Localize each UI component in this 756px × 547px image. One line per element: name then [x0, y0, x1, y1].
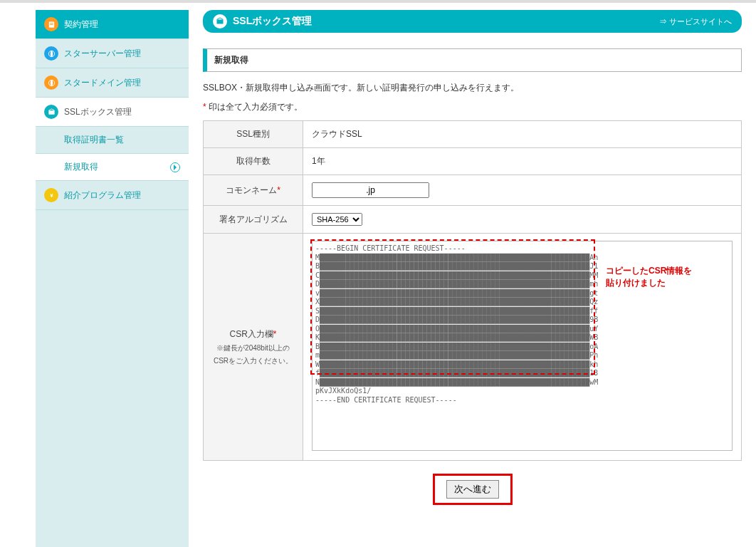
value-ssl-type: クラウドSSL	[303, 121, 742, 148]
row-algorithm: 署名アルゴリズム SHA-256	[204, 206, 742, 234]
label-common-name: コモンネーム*	[204, 175, 303, 206]
main-content: SSLボックス管理 ⇒ サービスサイトへ 新規取得 SSLBOX・新規取得申し込…	[203, 10, 742, 547]
service-site-link[interactable]: ⇒ サービスサイトへ	[659, 16, 732, 27]
row-common-name: コモンネーム*	[204, 175, 742, 206]
svg-rect-7	[217, 20, 224, 24]
sidebar-item-label: スターサーバー管理	[64, 48, 141, 60]
svg-rect-2	[50, 24, 53, 25]
referral-icon: ¥	[44, 188, 58, 202]
label-csr: CSR入力欄* ※鍵長が2048bit以上の CSRをご入力ください。	[204, 234, 303, 461]
row-ssl-type: SSL種別 クラウドSSL	[204, 121, 742, 148]
sslbox-header-icon	[213, 14, 227, 28]
page-title: SSLボックス管理	[233, 15, 312, 28]
button-row: 次へ進む	[203, 474, 742, 505]
form-table: SSL種別 クラウドSSL 取得年数 1年 コモンネーム* 署名アルゴリズム	[203, 120, 742, 461]
algorithm-select[interactable]: SHA-256	[312, 213, 362, 226]
section-heading: 新規取得	[203, 48, 742, 72]
starserver-icon	[44, 46, 58, 61]
svg-rect-5	[48, 110, 54, 115]
value-years: 1年	[303, 148, 742, 175]
sidebar-sub-label: 新規取得	[64, 161, 98, 173]
csr-annotation: コピーしたCSR情報を 貼り付けました	[606, 265, 692, 289]
row-years: 取得年数 1年	[204, 148, 742, 175]
sidebar-item-label: 紹介プログラム管理	[64, 189, 141, 202]
sidebar-sub-certlist[interactable]: 取得証明書一覧	[36, 127, 189, 154]
sidebar-item-sslbox[interactable]: SSLボックス管理	[36, 98, 189, 127]
svg-rect-1	[50, 23, 53, 24]
next-button[interactable]: 次へ進む	[446, 480, 499, 499]
sidebar-item-label: 契約管理	[64, 19, 98, 31]
sidebar-item-referral[interactable]: ¥ 紹介プログラム管理	[36, 181, 189, 210]
sslbox-icon	[44, 105, 58, 119]
sidebar-item-starserver[interactable]: スターサーバー管理	[36, 39, 189, 68]
stardomain-icon	[44, 75, 58, 90]
sidebar: 契約管理 スターサーバー管理 スタードメイン管理	[36, 10, 189, 547]
chevron-right-icon	[170, 162, 180, 172]
sidebar-item-contract[interactable]: 契約管理	[36, 10, 189, 39]
sidebar-sub-label: 取得証明書一覧	[64, 134, 124, 146]
required-note: * 印は全て入力必須です。	[203, 101, 742, 113]
label-years: 取得年数	[204, 148, 303, 175]
sidebar-item-stardomain[interactable]: スタードメイン管理	[36, 68, 189, 98]
label-algorithm: 署名アルゴリズム	[204, 206, 303, 234]
page-titlebar: SSLボックス管理 ⇒ サービスサイトへ	[203, 10, 742, 33]
sidebar-item-label: SSLボックス管理	[64, 106, 132, 118]
section-description: SSLBOX・新規取得申し込み画面です。新しい証明書発行の申し込みを行えます。	[203, 82, 742, 94]
common-name-input[interactable]	[312, 182, 429, 198]
svg-text:¥: ¥	[50, 192, 53, 198]
label-ssl-type: SSL種別	[204, 121, 303, 148]
next-button-highlight: 次へ進む	[433, 474, 513, 505]
sidebar-item-label: スタードメイン管理	[64, 77, 141, 89]
contract-icon	[44, 17, 58, 31]
row-csr: CSR入力欄* ※鍵長が2048bit以上の CSRをご入力ください。 コピーし…	[204, 234, 742, 461]
sidebar-sub-newacquire[interactable]: 新規取得	[36, 154, 189, 181]
